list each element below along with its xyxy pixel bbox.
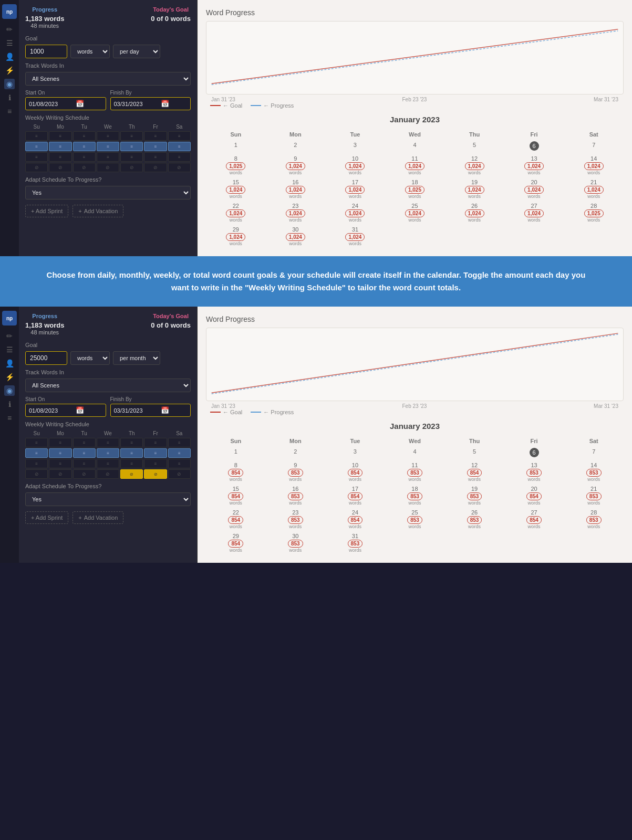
sched-su-disabled-1[interactable]: ⊘ — [25, 163, 48, 172]
sched-su-top-2[interactable]: ≡ — [25, 438, 48, 447]
goal-input-2[interactable] — [25, 351, 67, 365]
cal-badge-3-3-cal-body-1: 1,024 — [405, 209, 424, 217]
sched-fr-disabled-1[interactable]: ⊘ — [144, 163, 167, 172]
sched-we-disabled-2[interactable]: ⊘ — [97, 469, 119, 479]
sched-th-mid-2[interactable]: ≡ — [120, 448, 143, 458]
sched-tu-mid-2[interactable]: ≡ — [73, 448, 96, 458]
sched-fr-bot-2[interactable]: ≡ — [144, 459, 167, 468]
sched-sa-mid-2[interactable]: ≡ — [168, 448, 191, 458]
sched-mo-disabled-1[interactable]: ⊘ — [49, 163, 71, 172]
sched-we-mid-1[interactable]: ≡ — [97, 142, 119, 151]
sched-su-top-1[interactable]: ≡ — [25, 131, 48, 141]
sidebar-icon-goals[interactable]: ◉ — [4, 79, 15, 89]
cal-words-1-2-cal-body-1: words — [349, 170, 361, 175]
cal-cell-3-1-cal-body-1: 231,024words — [266, 201, 326, 224]
sched-we-bot-1[interactable]: ≡ — [97, 152, 119, 162]
goal-unit-select-1[interactable]: words — [70, 45, 110, 58]
sidebar-icon-goals-2[interactable]: ◉ — [4, 385, 15, 396]
sidebar-icon-list-2[interactable]: ≡ — [4, 413, 15, 423]
sched-su-disabled-2[interactable]: ⊘ — [25, 469, 48, 479]
goal-period-select-2[interactable]: per day per week per month — [113, 351, 160, 365]
track-words-select-2[interactable]: All Scenes — [25, 379, 191, 392]
sched-fr-bot-1[interactable]: ≡ — [144, 152, 167, 162]
sidebar-icon-menu[interactable]: ☰ — [4, 38, 15, 48]
sched-mo-mid-2[interactable]: ≡ — [49, 448, 71, 458]
sidebar-icon-lightning-2[interactable]: ⚡ — [4, 372, 15, 382]
sched-fr-mid-1[interactable]: ≡ — [144, 142, 167, 151]
sched-su-bot-1[interactable]: ≡ — [25, 152, 48, 162]
sched-mo-top-1[interactable]: ≡ — [49, 131, 71, 141]
sidebar-icon-users-2[interactable]: 👤 — [4, 358, 15, 369]
sched-tu-bot-2[interactable]: ≡ — [73, 459, 96, 468]
sched-fr-disabled-2[interactable]: ⊘ — [144, 469, 167, 479]
sched-we-top-2[interactable]: ≡ — [97, 438, 119, 447]
sidebar-icon-menu-2[interactable]: ☰ — [4, 344, 15, 355]
sched-th-bot-2[interactable]: ≡ — [120, 459, 143, 468]
goal-period-select-1[interactable]: per day per week per month — [113, 45, 160, 58]
sidebar-icon-edit[interactable]: ✏ — [4, 24, 15, 35]
finish-date-input-1[interactable] — [114, 101, 159, 107]
sidebar-icon-edit-2[interactable]: ✏ — [4, 331, 15, 341]
sched-we-bot-2[interactable]: ≡ — [97, 459, 119, 468]
sched-mo-top-2[interactable]: ≡ — [49, 438, 71, 447]
sched-fr-top-1[interactable]: ≡ — [144, 131, 167, 141]
adapt-select-1[interactable]: Yes No — [25, 186, 191, 200]
sched-su-mid-2[interactable]: ≡ — [25, 448, 48, 458]
sidebar-icon-users[interactable]: 👤 — [4, 51, 15, 62]
adapt-select-2[interactable]: Yes No — [25, 492, 191, 506]
sched-tu-bot-1[interactable]: ≡ — [73, 152, 96, 162]
sched-fr-mid-2[interactable]: ≡ — [144, 448, 167, 458]
sched-mo-disabled-2[interactable]: ⊘ — [49, 469, 71, 479]
sidebar-icon-lightning[interactable]: ⚡ — [4, 65, 15, 76]
finish-date-input-2[interactable] — [114, 407, 159, 414]
sched-sa-mid-1[interactable]: ≡ — [168, 142, 191, 151]
sched-mo-bot-1[interactable]: ≡ — [49, 152, 71, 162]
sched-we-mid-2[interactable]: ≡ — [97, 448, 119, 458]
start-date-input-2[interactable] — [29, 407, 74, 414]
sched-mo-bot-2[interactable]: ≡ — [49, 459, 71, 468]
add-vacation-button-1[interactable]: + Add Vacation — [72, 205, 123, 217]
add-vacation-button-2[interactable]: + Add Vacation — [72, 511, 123, 524]
sidebar-icon-list[interactable]: ≡ — [4, 106, 15, 117]
sched-th-top-1[interactable]: ≡ — [120, 131, 143, 141]
finish-cal-icon-2[interactable]: 📅 — [161, 406, 169, 414]
sched-we-disabled-1[interactable]: ⊘ — [97, 163, 119, 172]
sched-th-bot-1[interactable]: ≡ — [120, 152, 143, 162]
goal-input-1[interactable] — [25, 45, 67, 58]
sched-th-disabled-2[interactable]: ⊘ — [120, 469, 143, 479]
add-sprint-button-1[interactable]: + Add Sprint — [25, 205, 68, 217]
goal-unit-select-2[interactable]: words — [70, 351, 110, 365]
sched-th-disabled-1[interactable]: ⊘ — [120, 163, 143, 172]
sched-tu-mid-1[interactable]: ≡ — [73, 142, 96, 151]
sched-tu-top-2[interactable]: ≡ — [73, 438, 96, 447]
add-sprint-button-2[interactable]: + Add Sprint — [25, 511, 68, 524]
sched-sa-top-1[interactable]: ≡ — [168, 131, 191, 141]
finish-cal-icon-1[interactable]: 📅 — [161, 100, 169, 108]
cal-badge-3-1-cal-body-1: 1,024 — [286, 209, 305, 217]
sched-sa-bot-1[interactable]: ≡ — [168, 152, 191, 162]
sched-sa-disabled-1[interactable]: ⊘ — [168, 163, 191, 172]
sidebar-icon-info-2[interactable]: ℹ — [4, 399, 15, 410]
cal-words-2-6-cal-body-2: words — [587, 500, 600, 506]
x-axis-1: Jan 31 '23 Feb 23 '23 Mar 31 '23 — [206, 97, 624, 102]
cal-day-number-4-2-cal-body-1: 31 — [352, 226, 358, 233]
start-cal-icon-2[interactable]: 📅 — [76, 406, 84, 414]
cal-day-number-4-1-cal-body-2: 30 — [292, 532, 298, 540]
sched-tu-disabled-2[interactable]: ⊘ — [73, 469, 96, 479]
track-words-select-1[interactable]: All Scenes — [25, 72, 191, 86]
sched-fr-top-2[interactable]: ≡ — [144, 438, 167, 447]
sched-su-bot-2[interactable]: ≡ — [25, 459, 48, 468]
sched-th-top-2[interactable]: ≡ — [120, 438, 143, 447]
sched-mo-mid-1[interactable]: ≡ — [49, 142, 71, 151]
sched-sa-bot-2[interactable]: ≡ — [168, 459, 191, 468]
start-cal-icon-1[interactable]: 📅 — [76, 100, 84, 108]
sched-sa-top-2[interactable]: ≡ — [168, 438, 191, 447]
sched-tu-top-1[interactable]: ≡ — [73, 131, 96, 141]
sched-su-mid-1[interactable]: ≡ — [25, 142, 48, 151]
sched-tu-disabled-1[interactable]: ⊘ — [73, 163, 96, 172]
sidebar-icon-info[interactable]: ℹ — [4, 92, 15, 103]
sched-we-top-1[interactable]: ≡ — [97, 131, 119, 141]
start-date-input-1[interactable] — [29, 101, 74, 107]
sched-th-mid-1[interactable]: ≡ — [120, 142, 143, 151]
sched-sa-disabled-2[interactable]: ⊘ — [168, 469, 191, 479]
